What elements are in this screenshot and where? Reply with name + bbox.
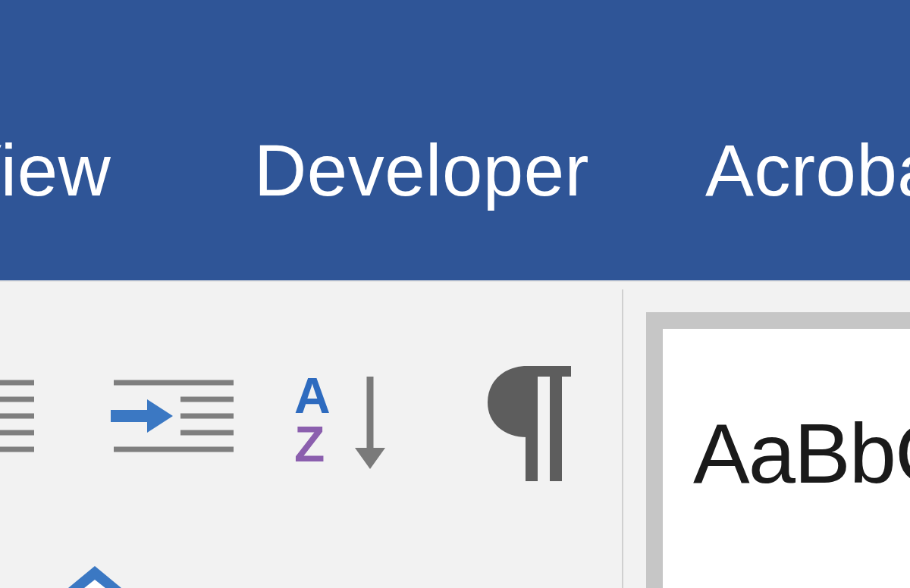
tab-developer[interactable]: Developer bbox=[246, 129, 597, 212]
pilcrow-icon bbox=[474, 361, 580, 490]
tab-acrobat[interactable]: Acrobat bbox=[698, 129, 910, 212]
style-preview-text: AaBbCcDd bbox=[693, 405, 910, 502]
style-name-label: ¶Normal bbox=[693, 579, 905, 588]
pilcrow-glyph: ¶ bbox=[693, 579, 722, 588]
style-gallery-item-normal[interactable]: AaBbCcDd ¶Normal bbox=[646, 312, 910, 588]
borders-dropdown-icon[interactable] bbox=[49, 566, 140, 588]
svg-rect-17 bbox=[526, 366, 538, 481]
ribbon-body: A Z AaBbCcDd ¶Nor bbox=[0, 280, 910, 588]
sort-az-icon: A Z bbox=[294, 369, 408, 475]
increase-indent-icon bbox=[105, 377, 241, 460]
svg-text:Z: Z bbox=[294, 416, 325, 472]
tab-view[interactable]: View bbox=[0, 129, 118, 212]
svg-marker-16 bbox=[355, 448, 385, 469]
ribbon-group-separator bbox=[622, 289, 623, 588]
style-preview-card: AaBbCcDd ¶Normal bbox=[663, 329, 910, 588]
decrease-indent-icon bbox=[0, 377, 64, 460]
style-name-text: Normal bbox=[734, 580, 905, 588]
svg-rect-11 bbox=[111, 410, 147, 422]
ribbon-tab-strip: View Developer Acrobat bbox=[0, 0, 910, 280]
svg-rect-19 bbox=[526, 366, 571, 377]
svg-marker-12 bbox=[147, 399, 173, 433]
svg-rect-18 bbox=[550, 366, 562, 481]
